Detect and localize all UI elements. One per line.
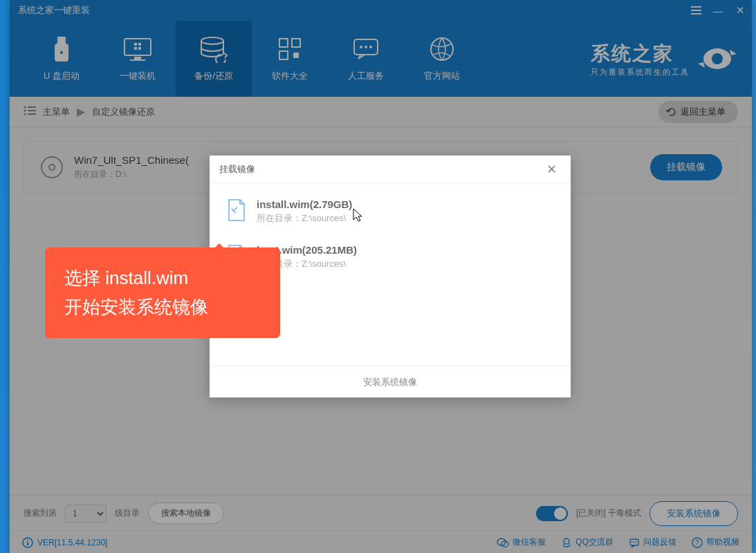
callout-line1: 选择 install.wim	[64, 264, 261, 293]
svg-point-19	[431, 38, 453, 60]
svg-point-34	[564, 538, 569, 544]
breadcrumb-main[interactable]: 主菜单	[43, 106, 70, 118]
svg-rect-13	[279, 51, 288, 59]
svg-text:?: ?	[695, 539, 699, 547]
search-local-button[interactable]: 搜索本地镜像	[148, 503, 224, 524]
modal-footer-button[interactable]: 安装系统镜像	[210, 366, 571, 397]
version-text: VER[11.5.44.1230]	[37, 538, 107, 547]
toolbar-item-backup[interactable]: 备份/还原	[176, 21, 252, 97]
window-title: 系统之家一键重装	[18, 4, 90, 17]
svg-rect-0	[57, 37, 66, 44]
modal-close-icon[interactable]: ✕	[542, 162, 561, 177]
callout-line2: 开始安装系统镜像	[64, 293, 261, 322]
close-icon[interactable]: ✕	[734, 4, 746, 17]
toolbar-item-install[interactable]: 一键装机	[100, 21, 176, 97]
bottom-bar: 搜索到第 1 级目录 搜索本地镜像 [已关闭] 干毒模式 安装系统镜像	[10, 495, 752, 531]
level-select[interactable]: 1	[65, 505, 107, 523]
svg-point-38	[636, 541, 637, 543]
info-icon	[22, 537, 33, 548]
svg-point-10	[201, 37, 223, 44]
svg-rect-30	[27, 542, 28, 545]
svg-point-31	[27, 539, 28, 541]
svg-rect-4	[134, 57, 141, 59]
svg-point-28	[49, 165, 55, 170]
wechat-icon	[497, 537, 509, 548]
apps-icon	[274, 35, 306, 63]
feedback-link[interactable]: 问题反馈	[629, 536, 676, 548]
feedback-icon	[629, 537, 640, 548]
file-icon	[226, 198, 247, 222]
svg-point-27	[42, 157, 62, 178]
toolbar-item-software[interactable]: 软件大全	[252, 21, 328, 97]
titlebar: 系统之家一键重装 — ✕	[10, 0, 752, 21]
brand: 系统之家 只为重装系统而生的工具	[591, 41, 738, 77]
help-icon: ?	[692, 537, 703, 548]
install-image-button[interactable]: 安装系统镜像	[649, 501, 738, 526]
modal-item-path: 所在目录：Z:\sources\	[257, 212, 352, 225]
wechat-link[interactable]: 微信客服	[497, 536, 546, 548]
brand-text: 系统之家 只为重装系统而生的工具	[591, 41, 690, 77]
breadcrumb-current: 自定义镜像还原	[92, 106, 155, 118]
toolbar-item-usb[interactable]: U 盘启动	[24, 21, 100, 97]
chevron-right-icon: ▶	[77, 105, 85, 118]
svg-point-20	[712, 53, 723, 64]
toolbar-label: 官方网站	[424, 70, 460, 82]
svg-point-25	[24, 113, 26, 115]
qq-icon	[561, 537, 572, 548]
svg-point-2	[60, 51, 63, 54]
undo-icon	[665, 107, 676, 117]
toolbar-label: 人工服务	[348, 70, 384, 82]
svg-rect-7	[138, 43, 141, 46]
back-main-button[interactable]: 返回主菜单	[658, 101, 738, 123]
monitor-icon	[122, 35, 154, 63]
toolbar-item-website[interactable]: 官方网站	[404, 21, 480, 97]
minimize-icon[interactable]: —	[712, 4, 724, 17]
app-window: 系统之家一键重装 — ✕ U 盘启动 一键装机 备份/还原	[10, 0, 752, 553]
brand-sub: 只为重装系统而生的工具	[591, 67, 690, 77]
svg-point-18	[369, 46, 372, 48]
brand-logo-icon	[697, 41, 738, 76]
version: VER[11.5.44.1230]	[22, 537, 107, 548]
svg-point-36	[631, 541, 633, 543]
qq-link[interactable]: QQ交流群	[561, 536, 614, 548]
virus-toggle[interactable]	[536, 506, 568, 521]
toolbar-label: 备份/还原	[194, 70, 233, 82]
modal-header: 挂载镜像 ✕	[210, 156, 571, 183]
titlebar-controls: — ✕	[690, 4, 746, 17]
backup-icon	[198, 35, 230, 63]
search-label: 搜索到第	[24, 507, 57, 519]
mount-button[interactable]: 挂载镜像	[650, 154, 722, 180]
tutorial-callout: 选择 install.wim 开始安装系统镜像	[45, 247, 280, 338]
chat-icon	[350, 35, 382, 63]
svg-point-16	[360, 46, 362, 48]
modal-item-install-wim[interactable]: install.wim(2.79GB) 所在目录：Z:\sources\	[226, 191, 554, 237]
help-link[interactable]: ? 帮助视频	[692, 536, 739, 548]
modal-item-info: install.wim(2.79GB) 所在目录：Z:\sources\	[257, 198, 352, 225]
svg-point-21	[24, 106, 26, 108]
disc-icon	[39, 155, 64, 180]
toolbar-label: 软件大全	[272, 70, 308, 82]
svg-point-23	[24, 109, 26, 111]
svg-rect-11	[279, 39, 288, 47]
svg-rect-9	[138, 47, 141, 50]
svg-point-17	[365, 46, 367, 48]
modal-title: 挂载镜像	[219, 163, 255, 176]
svg-rect-12	[292, 39, 300, 47]
toolbar-item-service[interactable]: 人工服务	[328, 21, 404, 97]
brand-main: 系统之家	[591, 41, 690, 67]
status-links: 微信客服 QQ交流群 问题反馈 ? 帮助视频	[497, 536, 739, 548]
menu-icon[interactable]	[690, 4, 702, 17]
svg-rect-26	[28, 113, 36, 115]
svg-rect-24	[28, 110, 36, 111]
usb-icon	[46, 35, 77, 63]
toolbar-label: 一键装机	[120, 70, 156, 82]
toolbar: U 盘启动 一键装机 备份/还原 软件大全 人工服务	[10, 21, 752, 97]
svg-rect-6	[134, 43, 137, 46]
modal-item-name: install.wim(2.79GB)	[257, 198, 352, 210]
toggle-label: [已关闭] 干毒模式	[576, 507, 641, 519]
svg-rect-3	[125, 39, 151, 55]
toolbar-label: U 盘启动	[44, 70, 80, 82]
breadcrumb-bar: 主菜单 ▶ 自定义镜像还原 返回主菜单	[10, 97, 752, 127]
svg-point-37	[634, 541, 635, 543]
svg-rect-8	[134, 47, 137, 50]
